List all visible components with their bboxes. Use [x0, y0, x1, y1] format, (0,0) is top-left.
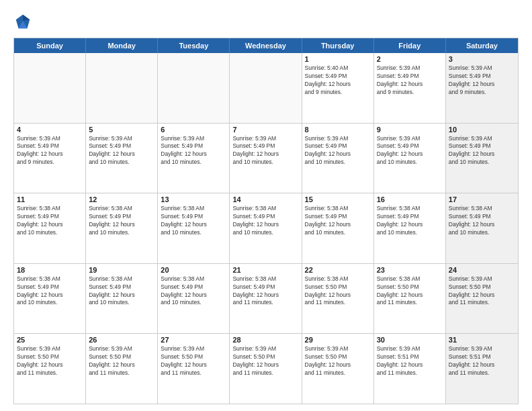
- calendar-weekday-friday: Friday: [374, 38, 446, 53]
- day-number: 27: [161, 336, 226, 344]
- calendar-day-7: 7Sunrise: 5:39 AM Sunset: 5:49 PM Daylig…: [230, 124, 302, 193]
- day-number: 12: [89, 195, 154, 203]
- calendar-day-19: 19Sunrise: 5:38 AM Sunset: 5:49 PM Dayli…: [86, 264, 158, 334]
- calendar-day-10: 10Sunrise: 5:39 AM Sunset: 5:49 PM Dayli…: [446, 124, 518, 193]
- day-number: 4: [17, 126, 83, 134]
- calendar-weekday-saturday: Saturday: [446, 38, 518, 53]
- calendar-row-1: 1Sunrise: 5:40 AM Sunset: 5:49 PM Daylig…: [14, 53, 518, 123]
- day-info: Sunrise: 5:39 AM Sunset: 5:49 PM Dayligh…: [449, 64, 515, 97]
- calendar-day-20: 20Sunrise: 5:38 AM Sunset: 5:49 PM Dayli…: [158, 264, 230, 334]
- day-number: 23: [377, 266, 443, 274]
- day-info: Sunrise: 5:39 AM Sunset: 5:49 PM Dayligh…: [377, 64, 443, 97]
- day-info: Sunrise: 5:38 AM Sunset: 5:49 PM Dayligh…: [89, 275, 154, 308]
- calendar-row-2: 4Sunrise: 5:39 AM Sunset: 5:49 PM Daylig…: [14, 123, 518, 193]
- day-number: 26: [89, 336, 154, 344]
- day-info: Sunrise: 5:38 AM Sunset: 5:49 PM Dayligh…: [232, 205, 298, 237]
- day-info: Sunrise: 5:38 AM Sunset: 5:49 PM Dayligh…: [377, 205, 443, 237]
- day-info: Sunrise: 5:39 AM Sunset: 5:50 PM Dayligh…: [161, 345, 226, 377]
- day-info: Sunrise: 5:39 AM Sunset: 5:50 PM Dayligh…: [17, 345, 83, 377]
- calendar-day-2: 2Sunrise: 5:39 AM Sunset: 5:49 PM Daylig…: [374, 53, 446, 123]
- day-info: Sunrise: 5:38 AM Sunset: 5:49 PM Dayligh…: [17, 275, 83, 308]
- logo-icon: [13, 12, 32, 31]
- header: [13, 12, 519, 31]
- calendar-row-4: 18Sunrise: 5:38 AM Sunset: 5:49 PM Dayli…: [14, 263, 518, 334]
- day-info: Sunrise: 5:38 AM Sunset: 5:49 PM Dayligh…: [232, 275, 298, 308]
- day-number: 16: [377, 195, 443, 203]
- calendar-weekday-thursday: Thursday: [302, 38, 374, 53]
- day-number: 31: [449, 336, 515, 344]
- calendar-day-8: 8Sunrise: 5:39 AM Sunset: 5:49 PM Daylig…: [302, 124, 374, 193]
- day-info: Sunrise: 5:38 AM Sunset: 5:49 PM Dayligh…: [449, 205, 515, 237]
- calendar-day-1: 1Sunrise: 5:40 AM Sunset: 5:49 PM Daylig…: [302, 53, 374, 123]
- day-info: Sunrise: 5:39 AM Sunset: 5:50 PM Dayligh…: [449, 275, 515, 308]
- calendar-header: SundayMondayTuesdayWednesdayThursdayFrid…: [14, 38, 518, 53]
- day-number: 5: [89, 126, 154, 134]
- calendar-day-11: 11Sunrise: 5:38 AM Sunset: 5:49 PM Dayli…: [14, 193, 86, 263]
- calendar: SundayMondayTuesdayWednesdayThursdayFrid…: [13, 38, 519, 404]
- calendar-day-24: 24Sunrise: 5:39 AM Sunset: 5:50 PM Dayli…: [446, 264, 518, 334]
- calendar-day-27: 27Sunrise: 5:39 AM Sunset: 5:50 PM Dayli…: [158, 334, 230, 404]
- calendar-day-28: 28Sunrise: 5:39 AM Sunset: 5:50 PM Dayli…: [230, 334, 302, 404]
- day-info: Sunrise: 5:40 AM Sunset: 5:49 PM Dayligh…: [305, 64, 371, 97]
- logo: [13, 12, 35, 31]
- day-number: 6: [161, 126, 226, 134]
- day-info: Sunrise: 5:38 AM Sunset: 5:49 PM Dayligh…: [17, 205, 83, 237]
- calendar-weekday-monday: Monday: [86, 38, 158, 53]
- calendar-weekday-tuesday: Tuesday: [158, 38, 230, 53]
- calendar-day-23: 23Sunrise: 5:38 AM Sunset: 5:50 PM Dayli…: [374, 264, 446, 334]
- calendar-row-3: 11Sunrise: 5:38 AM Sunset: 5:49 PM Dayli…: [14, 193, 518, 263]
- calendar-day-13: 13Sunrise: 5:38 AM Sunset: 5:49 PM Dayli…: [158, 193, 230, 263]
- day-info: Sunrise: 5:38 AM Sunset: 5:49 PM Dayligh…: [89, 205, 154, 237]
- calendar-day-26: 26Sunrise: 5:39 AM Sunset: 5:50 PM Dayli…: [86, 334, 158, 404]
- calendar-day-12: 12Sunrise: 5:38 AM Sunset: 5:49 PM Dayli…: [86, 193, 158, 263]
- day-number: 28: [232, 336, 298, 344]
- day-info: Sunrise: 5:39 AM Sunset: 5:49 PM Dayligh…: [377, 135, 443, 167]
- day-info: Sunrise: 5:38 AM Sunset: 5:50 PM Dayligh…: [377, 275, 443, 308]
- day-number: 13: [161, 195, 226, 203]
- day-info: Sunrise: 5:39 AM Sunset: 5:50 PM Dayligh…: [305, 345, 371, 377]
- calendar-day-6: 6Sunrise: 5:39 AM Sunset: 5:49 PM Daylig…: [158, 124, 230, 193]
- day-number: 25: [17, 336, 83, 344]
- day-number: 15: [305, 195, 371, 203]
- day-info: Sunrise: 5:39 AM Sunset: 5:49 PM Dayligh…: [89, 135, 154, 167]
- day-info: Sunrise: 5:39 AM Sunset: 5:49 PM Dayligh…: [161, 135, 226, 167]
- day-number: 20: [161, 266, 226, 274]
- day-number: 10: [449, 126, 515, 134]
- calendar-day-16: 16Sunrise: 5:38 AM Sunset: 5:49 PM Dayli…: [374, 193, 446, 263]
- calendar-day-30: 30Sunrise: 5:39 AM Sunset: 5:51 PM Dayli…: [374, 334, 446, 404]
- day-number: 1: [305, 55, 371, 63]
- day-info: Sunrise: 5:39 AM Sunset: 5:49 PM Dayligh…: [449, 135, 515, 167]
- day-number: 19: [89, 266, 154, 274]
- day-info: Sunrise: 5:38 AM Sunset: 5:49 PM Dayligh…: [161, 205, 226, 237]
- calendar-day-29: 29Sunrise: 5:39 AM Sunset: 5:50 PM Dayli…: [302, 334, 374, 404]
- page: SundayMondayTuesdayWednesdayThursdayFrid…: [0, 0, 532, 411]
- day-info: Sunrise: 5:39 AM Sunset: 5:49 PM Dayligh…: [17, 135, 83, 167]
- day-number: 3: [449, 55, 515, 63]
- calendar-day-5: 5Sunrise: 5:39 AM Sunset: 5:49 PM Daylig…: [86, 124, 158, 193]
- calendar-day-22: 22Sunrise: 5:38 AM Sunset: 5:50 PM Dayli…: [302, 264, 374, 334]
- day-number: 22: [305, 266, 371, 274]
- day-number: 14: [232, 195, 298, 203]
- calendar-empty-cell: [158, 53, 230, 123]
- day-number: 17: [449, 195, 515, 203]
- day-number: 11: [17, 195, 83, 203]
- day-number: 8: [305, 126, 371, 134]
- calendar-day-14: 14Sunrise: 5:38 AM Sunset: 5:49 PM Dayli…: [230, 193, 302, 263]
- day-number: 29: [305, 336, 371, 344]
- day-number: 9: [377, 126, 443, 134]
- day-info: Sunrise: 5:39 AM Sunset: 5:49 PM Dayligh…: [232, 135, 298, 167]
- calendar-empty-cell: [14, 53, 86, 123]
- day-info: Sunrise: 5:38 AM Sunset: 5:50 PM Dayligh…: [305, 275, 371, 308]
- day-number: 21: [232, 266, 298, 274]
- calendar-empty-cell: [86, 53, 158, 123]
- day-number: 7: [232, 126, 298, 134]
- day-info: Sunrise: 5:39 AM Sunset: 5:51 PM Dayligh…: [449, 345, 515, 377]
- calendar-day-9: 9Sunrise: 5:39 AM Sunset: 5:49 PM Daylig…: [374, 124, 446, 193]
- day-number: 18: [17, 266, 83, 274]
- calendar-empty-cell: [230, 53, 302, 123]
- calendar-weekday-sunday: Sunday: [14, 38, 86, 53]
- day-info: Sunrise: 5:39 AM Sunset: 5:51 PM Dayligh…: [377, 345, 443, 377]
- day-info: Sunrise: 5:39 AM Sunset: 5:50 PM Dayligh…: [232, 345, 298, 377]
- day-info: Sunrise: 5:39 AM Sunset: 5:50 PM Dayligh…: [89, 345, 154, 377]
- calendar-day-3: 3Sunrise: 5:39 AM Sunset: 5:49 PM Daylig…: [446, 53, 518, 123]
